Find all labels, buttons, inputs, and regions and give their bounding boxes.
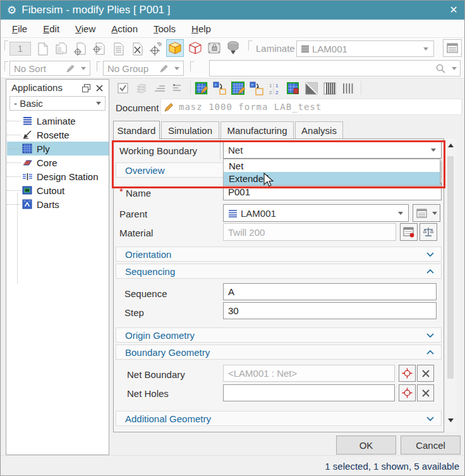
group-combobox[interactable]: No Group (103, 61, 184, 76)
menu-edit[interactable]: Edit (43, 23, 59, 34)
tab-standard[interactable]: Standard (113, 121, 160, 139)
net-holes-clear-button[interactable] (417, 384, 434, 401)
scroll-down-icon[interactable] (447, 418, 454, 423)
sort-value: No Sort (14, 63, 46, 74)
darts-icon (22, 199, 33, 209)
menu-tools[interactable]: Tools (154, 23, 176, 34)
chevron-down-icon (96, 102, 101, 105)
sidebar-item-core[interactable]: Core (7, 156, 109, 169)
status-text: 1 selected, 1 shown, 5 available (325, 461, 459, 472)
laminate-list-button[interactable] (443, 39, 462, 57)
section-orientation[interactable]: Orientation (116, 247, 442, 262)
document-list-icon[interactable] (109, 40, 127, 58)
application-mode-combobox[interactable]: - Basic (9, 96, 106, 111)
export-data-icon[interactable] (224, 39, 242, 57)
material-table-button[interactable] (400, 223, 418, 241)
title-bar: ⚙ Fibersim - modify Plies [ P001 ] ✕ (1, 1, 465, 20)
float-panel-icon[interactable] (82, 83, 91, 93)
pick-origin-icon[interactable] (147, 40, 165, 58)
crosshair-icon (402, 388, 413, 398)
scroll-up-icon[interactable] (447, 143, 454, 148)
sidebar-item-cutout[interactable]: Cutout (7, 183, 109, 197)
edit-ply-grid-icon[interactable] (194, 81, 209, 96)
sidebar-item-design-station[interactable]: Design Station (7, 169, 109, 183)
close-panel-icon[interactable] (95, 84, 104, 92)
document-origin-add-icon[interactable] (90, 40, 108, 58)
cancel-button[interactable]: Cancel (401, 436, 461, 455)
step-input[interactable] (223, 302, 437, 319)
new-document-icon[interactable] (33, 40, 51, 58)
close-icon[interactable]: ✕ (445, 3, 462, 18)
svg-text:1: 1 (269, 83, 272, 88)
parent-list-button[interactable] (413, 204, 430, 222)
sort-combobox[interactable]: No Sort (9, 61, 90, 76)
clear-x-icon (421, 369, 431, 379)
laminate-combobox[interactable]: LAM001 (296, 40, 434, 57)
diagonal-fill-icon[interactable] (304, 81, 319, 96)
sidebar-item-rosette[interactable]: Rosette (7, 128, 109, 142)
net-boundary-clear-button[interactable] (417, 365, 434, 382)
chevron-down-icon (426, 333, 435, 338)
search-icon[interactable] (435, 63, 446, 74)
sidebar-item-ply[interactable]: Ply (7, 142, 109, 156)
tab-simulation[interactable]: Simulation (161, 121, 219, 138)
striped-fill-icon[interactable] (322, 81, 337, 96)
sequence-input[interactable] (223, 283, 437, 300)
toolbar-grip[interactable] (4, 61, 8, 71)
ok-button[interactable]: OK (336, 436, 396, 455)
copy-document-icon[interactable] (52, 40, 70, 58)
menu-view[interactable]: View (75, 23, 95, 34)
edit-laminate-grid-icon[interactable] (231, 81, 246, 96)
working-boundary-dropdown: Net Extended (223, 159, 440, 186)
net-boundary-pick-button[interactable] (399, 365, 416, 382)
document-delete-icon[interactable] (128, 40, 146, 58)
chevron-up-icon (426, 269, 435, 274)
locked-view-icon[interactable] (205, 39, 223, 57)
group-value: No Group (107, 63, 148, 74)
wireframe-cube-icon[interactable] (186, 39, 204, 57)
solid-cube-icon[interactable] (166, 39, 184, 57)
sort-order-icon[interactable] (152, 81, 167, 96)
toolbar-grip[interactable] (248, 40, 252, 51)
toolbar-grip[interactable] (97, 61, 100, 71)
section-origin-geometry[interactable]: Origin Geometry (116, 327, 442, 343)
net-holes-pick-button[interactable] (399, 384, 416, 401)
dropdown-option-net[interactable]: Net (224, 159, 440, 172)
scrollbar-thumb[interactable] (447, 156, 454, 379)
net-holes-input[interactable] (223, 384, 395, 401)
parent-combobox[interactable]: LAM001 (223, 204, 409, 222)
dropdown-option-extended[interactable]: Extended (224, 172, 440, 185)
net-boundary-field: <LAM001 : Net> (223, 365, 395, 382)
toolbar-grip[interactable] (4, 40, 8, 51)
parent-options-button[interactable] (430, 204, 440, 222)
working-boundary-combobox[interactable]: Net (223, 141, 442, 159)
list-icon (416, 209, 427, 218)
chevron-up-icon (426, 350, 435, 355)
copy-ply-to-icon[interactable] (212, 81, 227, 96)
menu-action[interactable]: Action (111, 23, 138, 34)
chevron-down-icon (174, 67, 179, 70)
tab-manufacturing[interactable]: Manufacturing (220, 121, 294, 138)
menu-file[interactable]: File (12, 23, 27, 34)
bars-icon[interactable] (341, 81, 356, 96)
renumber-icon[interactable]: 1122 (267, 81, 282, 96)
sidebar-item-laminate[interactable]: Laminate (7, 114, 109, 128)
chevron-down-icon[interactable] (452, 67, 457, 70)
sidebar-item-darts[interactable]: Darts (7, 197, 109, 211)
copy-laminate-to-icon[interactable] (249, 81, 264, 96)
grid-region-icon[interactable] (286, 81, 301, 96)
select-check-icon[interactable] (116, 81, 131, 96)
group-order-icon[interactable] (171, 81, 186, 96)
search-input[interactable] (211, 62, 438, 75)
section-additional-geometry[interactable]: Additional Geometry (116, 411, 442, 426)
section-sequencing[interactable]: Sequencing (116, 264, 442, 279)
toolbar-grip[interactable] (190, 61, 194, 71)
menu-help[interactable]: Help (191, 23, 211, 34)
material-compare-button[interactable] (420, 223, 437, 241)
section-boundary-geometry[interactable]: Boundary Geometry (116, 345, 442, 360)
document-origin-icon[interactable] (71, 40, 89, 58)
tab-analysis[interactable]: Analysis (295, 121, 343, 138)
net-boundary-value: <LAM001 : Net> (228, 368, 297, 379)
chevron-down-icon (431, 149, 436, 152)
document-field[interactable]: masz 1000 forma LAB_test (160, 99, 462, 115)
